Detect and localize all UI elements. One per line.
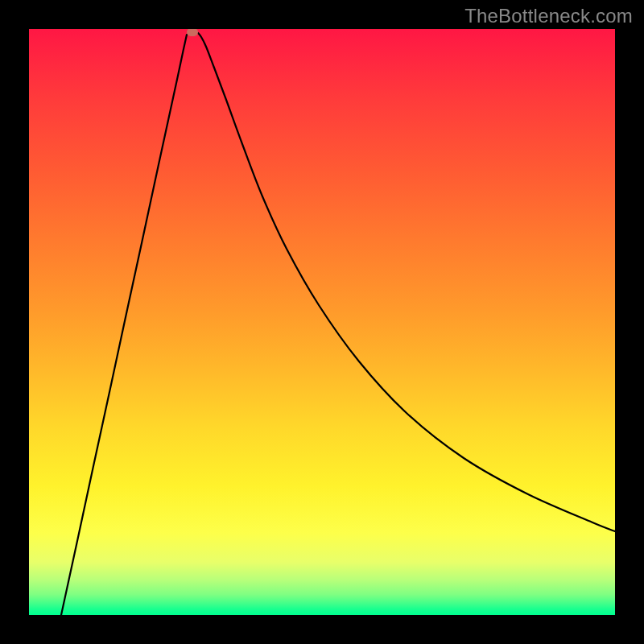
chart-frame: TheBottleneck.com: [0, 0, 644, 644]
plot-area: [29, 29, 615, 615]
bottleneck-curve: [29, 29, 615, 615]
watermark-text: TheBottleneck.com: [464, 5, 633, 27]
optimum-marker: [187, 29, 198, 36]
